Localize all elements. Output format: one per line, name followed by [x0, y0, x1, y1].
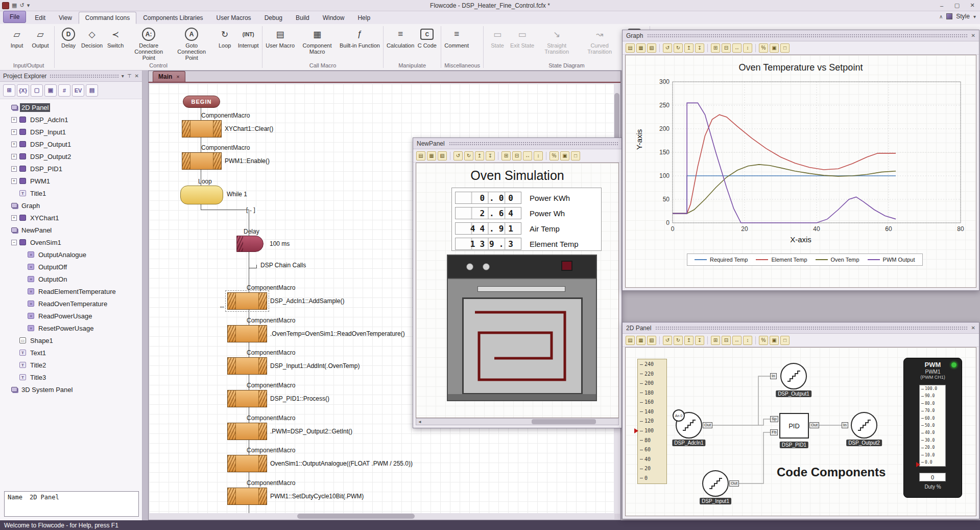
panel-toolbar-icon[interactable]: ▣	[560, 151, 569, 160]
ribbon-button-switch[interactable]: ≺Switch	[105, 27, 126, 49]
tab-close-icon[interactable]: ×	[176, 74, 179, 80]
panel-toolbar-icon[interactable]: ▦	[427, 151, 436, 160]
drag-handle[interactable]	[647, 34, 967, 38]
tree-item-readoventemperature[interactable]: ≡ReadOvenTemperature	[0, 297, 142, 310]
panel-toolbar-icon[interactable]: ▧	[438, 151, 447, 160]
explorer-toolbar-icon[interactable]: EV	[72, 84, 84, 97]
panel-toolbar-icon[interactable]: ↕	[534, 151, 543, 160]
style-menu[interactable]: Style	[956, 13, 970, 20]
ribbon-button-exit-state[interactable]: ▭Exit State	[510, 27, 534, 49]
close-button[interactable]: ✕	[965, 1, 980, 11]
tree-item-dsp-input1[interactable]: +DSP_Input1	[0, 126, 142, 138]
panel-toolbar-icon[interactable]: ▣	[770, 336, 779, 345]
drag-handle[interactable]	[655, 326, 967, 330]
panel-toolbar-icon[interactable]: ▧	[647, 336, 656, 345]
panel-toolbar-icon[interactable]: ↥	[684, 336, 694, 345]
menu-item-edit[interactable]: Edit	[28, 12, 52, 24]
tree-item-newpanel[interactable]: NewPanel	[0, 224, 142, 236]
tree-item-resetpowerusage[interactable]: ≡ResetPowerUsage	[0, 322, 142, 334]
tree-item-dsp-output2[interactable]: +DSP_Output2	[0, 150, 142, 163]
drag-handle[interactable]	[50, 74, 118, 78]
ribbon-button-declare-connection-point[interactable]: A:Declare Connection Point	[128, 27, 169, 61]
menu-item-window[interactable]: Window	[316, 12, 351, 24]
menu-item-view[interactable]: View	[52, 12, 79, 24]
panel-toolbar-icon[interactable]: ↧	[486, 151, 495, 160]
tree-item-readpowerusage[interactable]: ≡ReadPowerUsage	[0, 310, 142, 322]
component-dsp-input1[interactable]	[702, 470, 729, 497]
flow-componentmacro-node[interactable]	[227, 488, 267, 505]
menu-item-build[interactable]: Build	[289, 12, 316, 24]
tree-item-ovensim1[interactable]: −OvenSim1	[0, 236, 142, 248]
menu-item-command-icons[interactable]: Command Icons	[79, 12, 136, 24]
tree-item-dsp-pid1[interactable]: +DSP_PID1	[0, 163, 142, 175]
expand-icon[interactable]: +	[11, 166, 17, 172]
panel-toolbar-icon[interactable]: ▦	[636, 336, 646, 345]
component-pid[interactable]: PID	[779, 413, 809, 439]
panel-toolbar-icon[interactable]: ↺	[663, 336, 672, 345]
tree-item-pwm1[interactable]: +PWM1	[0, 175, 142, 187]
ribbon-button-goto-connection-point[interactable]: AGoto Connection Point	[171, 27, 212, 61]
scroll-left-icon[interactable]: ◄	[416, 420, 423, 424]
graph-close-icon[interactable]: ✕	[971, 33, 975, 38]
flow-begin-node[interactable]: BEGIN	[183, 96, 220, 108]
ribbon-button-input[interactable]: ▱Input	[6, 27, 28, 49]
panel-toolbar-icon[interactable]: □	[780, 336, 790, 345]
tree-item-graph[interactable]: Graph	[0, 199, 142, 212]
panel-toolbar-icon[interactable]: ⊞	[711, 336, 720, 345]
panel-toolbar-icon[interactable]: ↥	[684, 43, 694, 53]
flow-componentmacro-node[interactable]	[182, 152, 222, 170]
menu-item-file[interactable]: File	[3, 11, 26, 23]
menu-item-debug[interactable]: Debug	[258, 12, 289, 24]
panel-splitter[interactable]	[142, 71, 148, 520]
name-property-box[interactable]: Name2D Panel	[4, 491, 139, 517]
newpanel-title-bar[interactable]: NewPanel	[413, 138, 622, 149]
ribbon-button-state[interactable]: ▭State	[487, 27, 508, 49]
panel-2d-close-icon[interactable]: ✕	[971, 325, 975, 331]
tree-item-outputon[interactable]: ≡OutputOn	[0, 273, 142, 285]
explorer-toolbar-icon[interactable]: ▤	[86, 84, 98, 97]
panel-toolbar-icon[interactable]: ↥	[475, 151, 484, 160]
newpanel-horizontal-scrollbar[interactable]: ◄	[416, 418, 619, 425]
oven-power-button[interactable]	[561, 261, 572, 271]
ribbon-button-user-macro[interactable]: ▤User Macro	[266, 27, 295, 49]
ribbon-button-straight-transition[interactable]: ↘Straight Transition	[536, 27, 577, 55]
loop-collapse-toggle[interactable]: [-]	[245, 207, 257, 214]
tree-item-outputoff[interactable]: ≡OutputOff	[0, 261, 142, 273]
panel-toolbar-icon[interactable]: ▤	[626, 43, 635, 53]
tree-item-3d-system-panel[interactable]: 3D System Panel	[0, 383, 142, 396]
panel-toolbar-icon[interactable]: ▧	[647, 43, 656, 53]
panel-toolbar-icon[interactable]: ↔	[732, 336, 742, 345]
undo-icon[interactable]: ↺	[19, 2, 24, 9]
save-icon[interactable]: ▦	[12, 2, 17, 9]
flow-delay-node[interactable]	[236, 236, 264, 252]
tree-item-dsp-adcin1[interactable]: +DSP_AdcIn1	[0, 113, 142, 126]
pin-icon[interactable]: ⊤	[127, 73, 132, 79]
maximize-button[interactable]: ▢	[949, 1, 965, 11]
panel-toolbar-icon[interactable]: ▤	[416, 151, 425, 160]
flow-componentmacro-node[interactable]	[227, 423, 267, 440]
document-horizontal-scrollbar[interactable]	[149, 513, 614, 519]
graph-title-bar[interactable]: Graph ✕	[623, 30, 979, 41]
expand-icon[interactable]: +	[11, 215, 17, 221]
ribbon-button-built-in-function[interactable]: ƒBuilt-in Function	[340, 27, 380, 49]
tree-item-shape1[interactable]: ▭Shape1	[0, 334, 142, 347]
flow-loop-node[interactable]	[180, 186, 223, 204]
panel-menu-icon[interactable]: ▾	[122, 73, 124, 79]
panel-toolbar-icon[interactable]: ⊟	[722, 336, 731, 345]
panel-toolbar-icon[interactable]: ↧	[695, 43, 704, 53]
tree-item-title3[interactable]: TTitle3	[0, 371, 142, 383]
panel-toolbar-icon[interactable]: ↕	[743, 336, 752, 345]
newpanel-content[interactable]: Oven Simulation 0.00Power KWh2.64Power W…	[416, 163, 619, 418]
tree-item-2d-panel[interactable]: 2D Panel	[0, 101, 142, 113]
panel-2d-title-bar[interactable]: 2D Panel ✕	[623, 322, 979, 334]
ribbon-button-loop[interactable]: ↻Loop	[214, 27, 235, 49]
tree-item-title2[interactable]: TTitle2	[0, 359, 142, 371]
explorer-toolbar-icon[interactable]: ▢	[31, 84, 43, 97]
panel-toolbar-icon[interactable]: ↻	[464, 151, 473, 160]
flow-componentmacro-node[interactable]	[227, 455, 267, 472]
flow-componentmacro-node[interactable]	[227, 325, 267, 342]
panel-toolbar-icon[interactable]: ↺	[453, 151, 463, 160]
expand-icon[interactable]: +	[11, 142, 17, 147]
ribbon-button-c-code[interactable]: CC Code	[416, 27, 438, 49]
expand-icon[interactable]: +	[11, 178, 17, 184]
